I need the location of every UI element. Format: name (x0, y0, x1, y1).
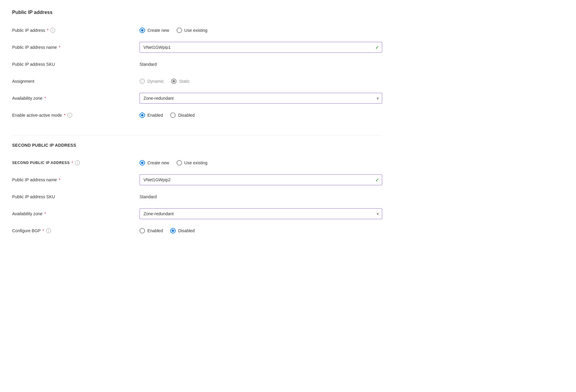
public-ip-address-control: Create new Use existing (140, 28, 382, 33)
use-existing-radio-1[interactable] (177, 28, 182, 33)
public-ip-name-control-1: ✓ (140, 42, 382, 53)
assignment-row: Assignment Dynamic Static (12, 73, 382, 89)
second-public-ip-info-icon[interactable]: i (75, 160, 80, 165)
required-indicator: * (59, 177, 60, 182)
public-ip-name-wrapper-1: ✓ (140, 42, 382, 53)
availability-zone-row-2: Availability zone * Zone-redundant 1 2 3… (12, 206, 382, 222)
active-active-disabled-radio[interactable] (170, 112, 176, 118)
public-ip-sku-value-2: Standard (140, 194, 157, 199)
static-option[interactable]: Static (171, 79, 190, 84)
availability-zone-label-1: Availability zone * (12, 96, 140, 101)
bgp-enabled-label: Enabled (147, 228, 163, 233)
public-ip-sku-control-1: Standard (140, 62, 382, 67)
active-active-enabled-label: Enabled (147, 113, 163, 118)
second-public-ip-address-control: Create new Use existing (140, 160, 382, 166)
public-ip-name-input-1[interactable] (140, 42, 382, 53)
dynamic-option[interactable]: Dynamic (140, 79, 164, 84)
assignment-control: Dynamic Static (140, 79, 382, 84)
required-indicator: * (59, 45, 60, 50)
bgp-disabled-option[interactable]: Disabled (170, 228, 194, 233)
dynamic-label: Dynamic (147, 79, 164, 84)
use-existing-option-2[interactable]: Use existing (177, 160, 207, 166)
required-indicator: * (47, 28, 49, 33)
active-active-mode-label: Enable active-active mode * i (12, 113, 140, 118)
static-radio[interactable] (171, 79, 177, 84)
section-divider (12, 135, 382, 136)
active-active-disabled-label: Disabled (178, 113, 194, 118)
required-indicator: * (72, 160, 73, 165)
availability-zone-select-1[interactable]: Zone-redundant 1 2 3 No Zone (140, 93, 382, 104)
second-public-ip-address-row: SECOND PUBLIC IP ADDRESS * i Create new … (12, 155, 382, 171)
required-indicator: * (44, 211, 46, 216)
dynamic-radio[interactable] (140, 79, 145, 84)
configure-bgp-radio-group: Enabled Disabled (140, 228, 195, 233)
second-public-ip-address-label: SECOND PUBLIC IP ADDRESS * i (12, 160, 140, 165)
bgp-enabled-radio[interactable] (140, 228, 145, 233)
first-public-ip-section: Public IP address Public IP address * i … (12, 10, 382, 123)
public-ip-sku-value-1: Standard (140, 62, 157, 67)
use-existing-option-1[interactable]: Use existing (177, 28, 207, 33)
assignment-label: Assignment (12, 79, 140, 84)
availability-zone-dropdown-2: Zone-redundant 1 2 3 No Zone ∨ (140, 208, 382, 219)
create-new-label-2: Create new (147, 160, 169, 165)
public-ip-name-wrapper-2: ✓ (140, 174, 382, 185)
availability-zone-dropdown-1: Zone-redundant 1 2 3 No Zone ∨ (140, 93, 382, 104)
public-ip-name-row-1: Public IP address name * ✓ (12, 39, 382, 55)
configure-bgp-info-icon[interactable]: i (46, 228, 51, 233)
availability-zone-control-2: Zone-redundant 1 2 3 No Zone ∨ (140, 208, 382, 219)
public-ip-sku-row-2: Public IP address SKU Standard (12, 189, 382, 205)
public-ip-radio-group: Create new Use existing (140, 28, 207, 33)
use-existing-radio-2[interactable] (177, 160, 182, 166)
static-label: Static (179, 79, 190, 84)
configure-bgp-row: Configure BGP * i Enabled Disabled (12, 223, 382, 239)
public-ip-name-row-2: Public IP address name * ✓ (12, 172, 382, 188)
create-new-option-1[interactable]: Create new (140, 28, 169, 33)
use-existing-label-2: Use existing (184, 160, 207, 165)
bgp-disabled-radio[interactable] (170, 228, 176, 233)
assignment-radio-group: Dynamic Static (140, 79, 190, 84)
public-ip-info-icon[interactable]: i (50, 28, 55, 33)
create-new-label-1: Create new (147, 28, 169, 33)
second-public-ip-section: SECOND PUBLIC IP ADDRESS SECOND PUBLIC I… (12, 143, 382, 239)
use-existing-label-1: Use existing (184, 28, 207, 33)
public-ip-address-label: Public IP address * i (12, 28, 140, 33)
public-ip-address-row: Public IP address * i Create new Use exi… (12, 22, 382, 38)
required-indicator: * (64, 113, 65, 118)
active-active-enabled-option[interactable]: Enabled (140, 112, 163, 118)
create-new-option-2[interactable]: Create new (140, 160, 169, 166)
second-section-title: SECOND PUBLIC IP ADDRESS (12, 143, 382, 148)
availability-zone-select-2[interactable]: Zone-redundant 1 2 3 No Zone (140, 208, 382, 219)
public-ip-name-label-1: Public IP address name * (12, 45, 140, 50)
create-new-radio-1[interactable] (140, 28, 145, 33)
bgp-enabled-option[interactable]: Enabled (140, 228, 163, 233)
public-ip-sku-label-2: Public IP address SKU (12, 194, 140, 199)
second-public-ip-radio-group: Create new Use existing (140, 160, 207, 166)
public-ip-name-input-2[interactable] (140, 174, 382, 185)
first-section-title: Public IP address (12, 10, 382, 15)
active-active-mode-row: Enable active-active mode * i Enabled Di… (12, 107, 382, 123)
public-ip-sku-label-1: Public IP address SKU (12, 62, 140, 67)
public-ip-name-label-2: Public IP address name * (12, 177, 140, 182)
configure-bgp-control: Enabled Disabled (140, 228, 382, 233)
public-ip-sku-row-1: Public IP address SKU Standard (12, 56, 382, 72)
availability-zone-label-2: Availability zone * (12, 211, 140, 216)
active-active-enabled-radio[interactable] (140, 112, 145, 118)
active-active-info-icon[interactable]: i (67, 113, 72, 118)
active-active-mode-control: Enabled Disabled (140, 112, 382, 118)
public-ip-name-check-1: ✓ (375, 45, 379, 50)
availability-zone-row-1: Availability zone * Zone-redundant 1 2 3… (12, 90, 382, 106)
active-active-disabled-option[interactable]: Disabled (170, 112, 194, 118)
bgp-disabled-label: Disabled (178, 228, 194, 233)
configure-bgp-label: Configure BGP * i (12, 228, 140, 233)
public-ip-sku-control-2: Standard (140, 194, 382, 199)
availability-zone-control-1: Zone-redundant 1 2 3 No Zone ∨ (140, 93, 382, 104)
required-indicator: * (42, 228, 44, 233)
public-ip-name-control-2: ✓ (140, 174, 382, 185)
required-indicator: * (44, 96, 46, 101)
public-ip-name-check-2: ✓ (375, 177, 379, 183)
create-new-radio-2[interactable] (140, 160, 145, 166)
active-active-radio-group: Enabled Disabled (140, 112, 195, 118)
